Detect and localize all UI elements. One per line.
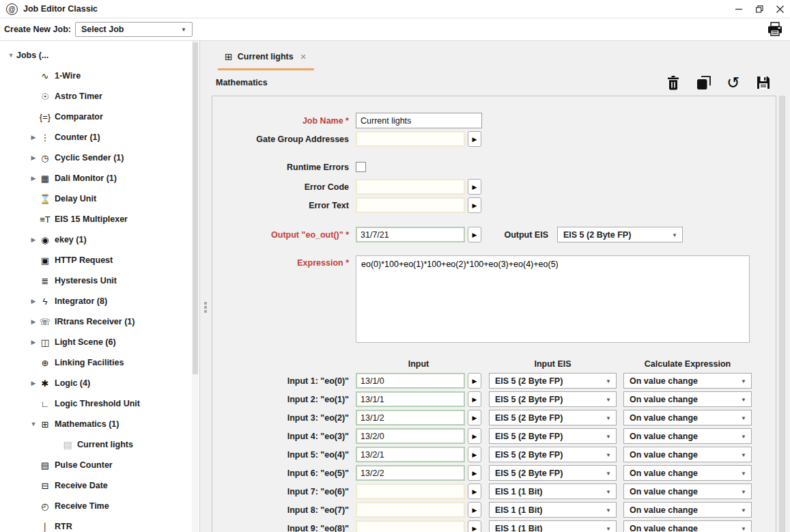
chevron-down-icon: ▼: [741, 507, 746, 513]
tree-item-receive-time[interactable]: ◴ Receive Time: [0, 496, 199, 516]
tree-expander-icon[interactable]: ▼: [5, 52, 16, 59]
input-address-picker-button[interactable]: ▶: [468, 484, 481, 499]
tree-expander-icon[interactable]: ▶: [28, 298, 39, 305]
close-button[interactable]: [770, 0, 790, 18]
input-eis-select[interactable]: EIS 1 (1 Bit) ▼: [489, 502, 617, 518]
runtime-errors-checkbox[interactable]: [356, 162, 366, 172]
output-address-input[interactable]: [356, 227, 465, 242]
input-address-field[interactable]: [356, 502, 465, 518]
input-eis-select[interactable]: EIS 5 (2 Byte FP) ▼: [489, 391, 617, 407]
input-address-picker-button[interactable]: ▶: [468, 502, 481, 518]
tree-item-astro-timer[interactable]: ☉ Astro Timer: [0, 86, 199, 107]
job-type-select[interactable]: Select Job ▼: [75, 22, 193, 37]
input-address-field[interactable]: [356, 465, 465, 481]
tree-expander-icon[interactable]: ▶: [28, 236, 39, 243]
tree-expander-icon[interactable]: ▶: [28, 339, 39, 346]
calculate-expression-select[interactable]: On value change ▼: [623, 373, 752, 389]
calculate-expression-select[interactable]: On value change ▼: [623, 520, 752, 532]
tree-item-counter[interactable]: ▶ ⋮ Counter (1): [0, 127, 199, 148]
tab-close-icon[interactable]: ×: [300, 51, 307, 62]
error-code-picker-button[interactable]: ▶: [468, 179, 481, 195]
input-address-picker-button[interactable]: ▶: [468, 520, 481, 532]
input-address-field[interactable]: [356, 484, 465, 499]
restore-button[interactable]: [749, 0, 770, 18]
tree-expander-icon[interactable]: ▼: [28, 421, 39, 428]
tree-item-integrator[interactable]: ▶ ϟ Integrator (8): [0, 291, 199, 311]
tree-expander-icon[interactable]: ▶: [28, 175, 39, 182]
tree-item-eis15-multiplexer[interactable]: ≡T EIS 15 Multiplexer: [0, 209, 199, 229]
sidebar-scrollbar-thumb[interactable]: [193, 42, 198, 374]
tree-item-1-wire[interactable]: ∿ 1-Wire: [0, 66, 199, 86]
calculate-expression-select[interactable]: On value change ▼: [623, 465, 752, 481]
expression-textarea[interactable]: [356, 255, 750, 343]
output-eis-select[interactable]: EIS 5 (2 Byte FP) ▼: [557, 227, 683, 242]
calculate-expression-select[interactable]: On value change ▼: [623, 428, 752, 444]
tree-item-pulse-counter[interactable]: ▤ Pulse Counter: [0, 455, 199, 475]
tree-item-receive-date[interactable]: ⊟ Receive Date: [0, 475, 199, 496]
tree-item-hysteresis-unit[interactable]: ≣ Hysteresis Unit: [0, 270, 199, 291]
input-address-field[interactable]: [356, 391, 465, 407]
error-text-picker-button[interactable]: ▶: [468, 197, 481, 213]
save-button[interactable]: [755, 74, 772, 91]
main-scrollbar-thumb[interactable]: [779, 96, 785, 532]
tree-expander-icon[interactable]: ▶: [28, 134, 39, 141]
minimize-button[interactable]: [729, 0, 749, 18]
tree-item-comparator[interactable]: {=} Comparator: [0, 107, 199, 127]
tree-item-light-scene[interactable]: ▶ ◫ Light Scene (6): [0, 332, 199, 352]
sidebar-scrollbar[interactable]: [192, 41, 199, 532]
undo-button[interactable]: ↺: [725, 74, 742, 91]
input-address-picker-button[interactable]: ▶: [468, 391, 481, 407]
calculate-expression-select[interactable]: On value change ▼: [623, 484, 752, 499]
tree-expander-icon[interactable]: ▶: [28, 380, 39, 387]
calculate-expression-select[interactable]: On value change ▼: [623, 391, 752, 407]
calculate-expression-select[interactable]: On value change ▼: [623, 502, 752, 518]
output-picker-button[interactable]: ▶: [468, 227, 481, 242]
input-address-picker-button[interactable]: ▶: [468, 373, 481, 389]
input-address-picker-button[interactable]: ▶: [468, 447, 481, 462]
input-address-field[interactable]: [356, 447, 465, 462]
input-eis-select[interactable]: EIS 5 (2 Byte FP) ▼: [489, 447, 617, 462]
tree-item-dali-monitor[interactable]: ▶ ▦ Dali Monitor (1): [0, 168, 199, 188]
tree-expander-icon[interactable]: ▶: [28, 154, 39, 161]
input-eis-select[interactable]: EIS 5 (2 Byte FP) ▼: [489, 410, 617, 425]
copy-button[interactable]: [695, 74, 711, 91]
calculate-expression-select[interactable]: On value change ▼: [623, 410, 752, 425]
tree-item-current-lights[interactable]: ▤ Current lights: [0, 434, 199, 455]
print-button[interactable]: [767, 22, 783, 37]
gate-address-picker-button[interactable]: ▶: [468, 131, 481, 147]
tree-item-irtrans-receiver[interactable]: ▶ ☏ IRtrans Receiver (1): [0, 311, 199, 332]
tree-item-logic-threshold[interactable]: ∟ Logic Threshold Unit: [0, 393, 199, 414]
tree-item-jobs-root[interactable]: ▼ Jobs (...: [0, 45, 199, 66]
tree-item-linking-facilities[interactable]: ⊕ Linking Facilities: [0, 352, 199, 373]
tab-current-lights[interactable]: ⊞ Current lights ×: [218, 44, 314, 70]
input-address-field[interactable]: [356, 410, 465, 425]
input-eis-select[interactable]: EIS 5 (2 Byte FP) ▼: [489, 373, 617, 389]
error-code-input[interactable]: [356, 179, 465, 195]
input-eis-select[interactable]: EIS 1 (1 Bit) ▼: [489, 484, 617, 499]
tree-item-mathematics[interactable]: ▼ ⊞ Mathematics (1): [0, 414, 199, 434]
input-address-picker-button[interactable]: ▶: [468, 465, 481, 481]
input-row-label: Input 9: "eo(8)": [212, 524, 349, 532]
input-eis-select[interactable]: EIS 1 (1 Bit) ▼: [489, 520, 617, 532]
calculate-expression-select[interactable]: On value change ▼: [623, 447, 752, 462]
input-eis-select[interactable]: EIS 5 (2 Byte FP) ▼: [489, 428, 617, 444]
input-address-picker-button[interactable]: ▶: [468, 428, 481, 444]
input-address-field[interactable]: [356, 373, 465, 389]
delete-button[interactable]: [665, 74, 681, 91]
gate-group-addresses-input[interactable]: [356, 131, 465, 147]
tree-expander-icon[interactable]: ▶: [28, 318, 39, 325]
sidebar-splitter[interactable]: [200, 41, 211, 532]
input-address-field[interactable]: [356, 520, 465, 532]
tree-item-rtr[interactable]: ⌡ RTR: [0, 516, 199, 532]
error-text-input[interactable]: [356, 197, 465, 213]
tree-item-ekey[interactable]: ▶ ◉ ekey (1): [0, 229, 199, 250]
tree-item-logic[interactable]: ▶ ✱ Logic (4): [0, 373, 199, 393]
input-address-field[interactable]: [356, 428, 465, 444]
tree-item-http-request[interactable]: ▣ HTTP Request: [0, 250, 199, 270]
input-address-picker-button[interactable]: ▶: [468, 410, 481, 425]
main-scrollbar[interactable]: [778, 96, 786, 532]
job-name-input[interactable]: [356, 113, 482, 128]
input-eis-select[interactable]: EIS 5 (2 Byte FP) ▼: [489, 465, 617, 481]
tree-item-delay-unit[interactable]: ⌛ Delay Unit: [0, 188, 199, 209]
tree-item-cyclic-sender[interactable]: ▶ ◷ Cyclic Sender (1): [0, 148, 199, 168]
